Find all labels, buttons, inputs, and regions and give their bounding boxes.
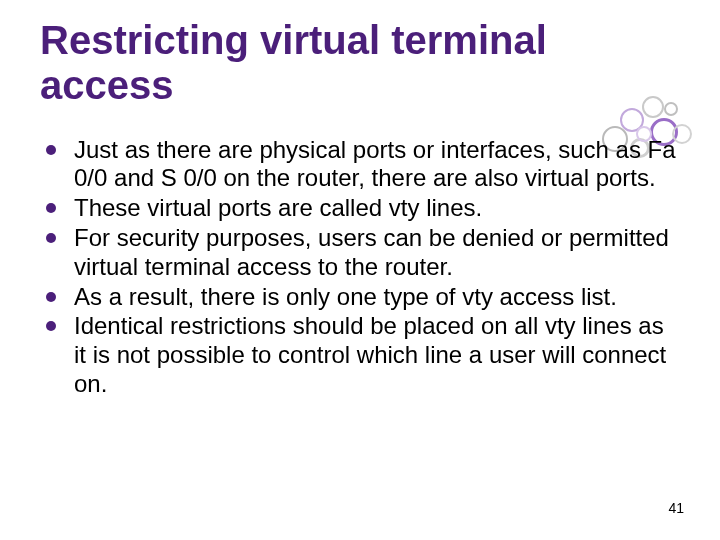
bullet-icon xyxy=(46,233,56,243)
list-item: For security purposes, users can be deni… xyxy=(40,224,680,282)
bullet-icon xyxy=(46,145,56,155)
bullet-icon xyxy=(46,203,56,213)
bullet-icon xyxy=(46,292,56,302)
slide: Restricting virtual terminal access Just… xyxy=(0,0,720,540)
circle-icon xyxy=(620,108,644,132)
bullet-text: Just as there are physical ports or inte… xyxy=(74,136,676,192)
list-item: Just as there are physical ports or inte… xyxy=(40,136,680,194)
bullet-list: Just as there are physical ports or inte… xyxy=(40,136,680,399)
list-item: These virtual ports are called vty lines… xyxy=(40,194,680,223)
page-number: 41 xyxy=(668,500,684,516)
bullet-text: Identical restrictions should be placed … xyxy=(74,312,666,397)
list-item: Identical restrictions should be placed … xyxy=(40,312,680,398)
list-item: As a result, there is only one type of v… xyxy=(40,283,680,312)
slide-body: Just as there are physical ports or inte… xyxy=(40,136,680,399)
bullet-text: As a result, there is only one type of v… xyxy=(74,283,617,310)
slide-title: Restricting virtual terminal access xyxy=(40,18,680,108)
bullet-text: For security purposes, users can be deni… xyxy=(74,224,669,280)
bullet-text: These virtual ports are called vty lines… xyxy=(74,194,482,221)
bullet-icon xyxy=(46,321,56,331)
